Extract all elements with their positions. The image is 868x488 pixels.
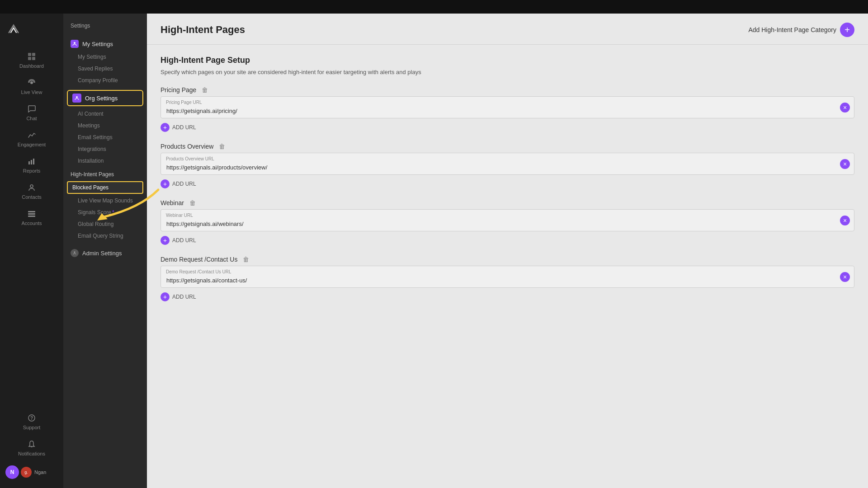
nav-integrations[interactable]: Integrations (63, 143, 147, 155)
add-url-products-button[interactable]: + ADD URL (160, 178, 196, 190)
plus-icon: + (160, 292, 170, 301)
add-url-label: ADD URL (172, 124, 196, 131)
svg-point-8 (30, 185, 33, 188)
url-field-webinar: Webinar URL × (160, 209, 854, 231)
top-bar (0, 0, 868, 14)
page-name-webinar: Webinar (160, 199, 184, 206)
org-settings-label: Org Settings (85, 95, 118, 102)
sidebar-item-accounts[interactable]: Accounts (0, 204, 63, 230)
accounts-icon (27, 209, 37, 219)
engagement-icon (27, 130, 37, 140)
url-clear-demo[interactable]: × (840, 272, 850, 282)
url-label-webinar: Webinar URL (166, 213, 193, 218)
org-settings-icon (72, 94, 81, 103)
nav-installation[interactable]: Installation (63, 155, 147, 167)
plus-circle-icon: + (840, 23, 854, 37)
sidebar-item-label: Live View (21, 89, 42, 95)
org-settings-item[interactable]: Org Settings (67, 90, 143, 106)
secondary-nav: Settings My Settings My Settings Saved R… (63, 14, 147, 488)
nav-blocked-pages[interactable]: Blocked Pages (67, 181, 143, 194)
main-header: High-Intent Pages Add High-Intent Page C… (147, 14, 868, 45)
page-title: High-Intent Pages (160, 24, 245, 36)
sidebar-item-notifications[interactable]: Notifications (0, 435, 63, 461)
svg-rect-2 (28, 57, 31, 60)
svg-rect-0 (28, 53, 31, 56)
setup-title: High-Intent Page Setup (160, 56, 854, 65)
sidebar-item-label: Reports (23, 168, 41, 174)
url-label-demo: Demo Request /Contact Us URL (166, 269, 231, 274)
admin-icon (71, 249, 79, 257)
svg-point-14 (74, 42, 75, 44)
add-url-pricing-button[interactable]: + ADD URL (160, 121, 196, 134)
url-input-demo[interactable] (160, 266, 854, 288)
add-category-label: Add High-Intent Page Category (748, 26, 836, 33)
left-nav: Dashboard Live View Chat (0, 14, 63, 488)
sidebar-item-label: Contacts (22, 194, 41, 200)
main-body: High-Intent Page Setup Specify which pag… (147, 45, 868, 323)
sidebar-item-reports[interactable]: Reports (0, 152, 63, 178)
logo (0, 18, 63, 47)
svg-rect-3 (32, 57, 35, 60)
nav-company-profile[interactable]: Company Profile (63, 75, 147, 86)
svg-rect-10 (28, 213, 35, 215)
nav-global-routing[interactable]: Global Routing (63, 218, 147, 230)
url-clear-products[interactable]: × (840, 159, 850, 169)
nav-email-query-string[interactable]: Email Query String (63, 230, 147, 242)
nav-signals-score[interactable]: Signals Score* (63, 206, 147, 218)
dashboard-icon (27, 52, 37, 61)
page-name-pricing: Pricing Page (160, 86, 196, 94)
sidebar-item-label: Dashboard (19, 63, 44, 69)
url-clear-webinar[interactable]: × (840, 216, 850, 225)
add-url-demo-button[interactable]: + ADD URL (160, 291, 196, 303)
svg-rect-1 (32, 53, 35, 56)
avatar-secondary: g. (21, 467, 32, 478)
sidebar-item-contacts[interactable]: Contacts (0, 178, 63, 204)
my-settings-header: My Settings (63, 34, 147, 51)
nav-admin-settings[interactable]: Admin Settings (63, 245, 147, 261)
delete-products-button[interactable]: 🗑 (219, 143, 225, 150)
nav-live-view-map-sounds[interactable]: Live View Map Sounds (63, 195, 147, 206)
svg-point-4 (30, 81, 33, 84)
svg-text:?: ? (30, 416, 33, 421)
add-category-button[interactable]: Add High-Intent Page Category + (748, 23, 854, 37)
svg-point-16 (74, 252, 75, 253)
url-input-webinar[interactable] (160, 209, 854, 231)
chat-icon (27, 104, 37, 114)
nav-saved-replies[interactable]: Saved Replies (63, 63, 147, 75)
page-entry-webinar: Webinar 🗑 Webinar URL × + ADD URL (160, 199, 854, 247)
url-input-pricing[interactable] (160, 96, 854, 118)
reports-icon (27, 156, 37, 166)
url-field-products: Products Overview URL × (160, 153, 854, 175)
sidebar-item-engagement[interactable]: Engagement (0, 126, 63, 152)
contacts-icon (27, 183, 37, 192)
sidebar-item-support[interactable]: ? Support (0, 408, 63, 435)
delete-webinar-button[interactable]: 🗑 (189, 199, 196, 206)
sidebar-item-dashboard[interactable]: Dashboard (0, 47, 63, 73)
nav-my-settings[interactable]: My Settings (63, 51, 147, 63)
svg-rect-7 (33, 159, 34, 164)
url-clear-pricing[interactable]: × (840, 103, 850, 113)
user-name: Ngan (34, 469, 46, 475)
my-settings-label: My Settings (82, 41, 113, 47)
url-input-products[interactable] (160, 153, 854, 175)
nav-email-settings[interactable]: Email Settings (63, 131, 147, 143)
svg-rect-5 (28, 161, 30, 164)
sidebar-item-live-view[interactable]: Live View (0, 73, 63, 99)
add-url-label: ADD URL (172, 181, 196, 187)
sidebar-item-chat[interactable]: Chat (0, 99, 63, 126)
nav-ai-content[interactable]: AI Content (63, 108, 147, 120)
add-url-webinar-button[interactable]: + ADD URL (160, 234, 196, 247)
nav-meetings[interactable]: Meetings (63, 120, 147, 131)
delete-pricing-button[interactable]: 🗑 (202, 86, 208, 94)
my-settings-icon (71, 40, 79, 48)
live-view-icon (27, 78, 37, 88)
page-entry-demo: Demo Request /Contact Us 🗑 Demo Request … (160, 256, 854, 303)
delete-demo-button[interactable]: 🗑 (243, 256, 249, 263)
plus-icon: + (160, 236, 170, 245)
sidebar-bottom-label: Support (23, 425, 41, 430)
user-section[interactable]: N g. Ngan (0, 461, 63, 483)
page-entry-pricing: Pricing Page 🗑 Pricing Page URL × + ADD … (160, 86, 854, 134)
svg-rect-11 (28, 216, 35, 217)
add-url-label: ADD URL (172, 294, 196, 300)
url-field-demo: Demo Request /Contact Us URL × (160, 266, 854, 288)
